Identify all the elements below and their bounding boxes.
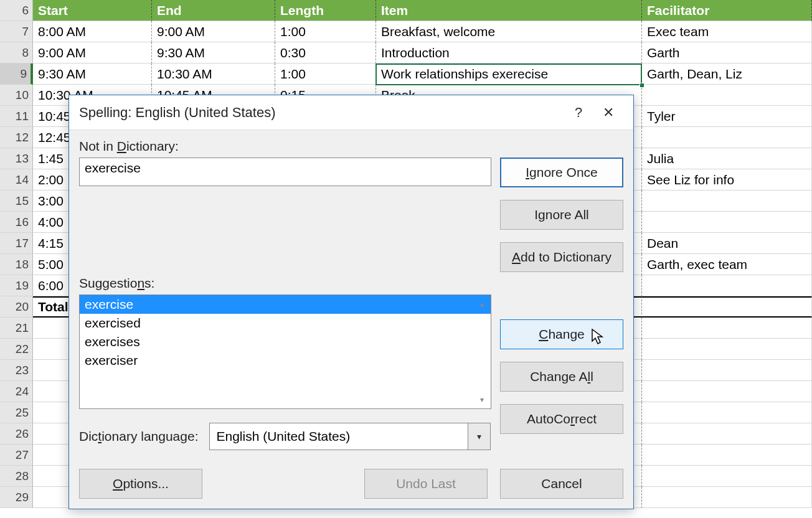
dictionary-language-value: English (United States) bbox=[216, 429, 350, 444]
cell[interactable]: Exec team bbox=[642, 21, 812, 42]
cell[interactable] bbox=[642, 466, 812, 487]
column-header[interactable]: Item bbox=[376, 0, 642, 21]
row-header[interactable]: 29 bbox=[0, 487, 33, 508]
row-header[interactable]: 13 bbox=[0, 148, 33, 169]
row-header[interactable]: 9 bbox=[0, 64, 33, 85]
change-all-button[interactable]: Change All bbox=[500, 362, 623, 392]
chevron-down-icon[interactable]: ▾ bbox=[468, 423, 490, 450]
suggestion-item[interactable]: exerciser bbox=[80, 351, 491, 370]
cell[interactable] bbox=[642, 339, 812, 360]
cell[interactable]: 1:00 bbox=[275, 64, 376, 85]
cell[interactable] bbox=[642, 275, 812, 296]
suggestion-item[interactable]: exercise bbox=[80, 295, 491, 314]
dialog-titlebar: Spelling: English (United States) ? ✕ bbox=[69, 95, 633, 130]
cell[interactable]: Tyler bbox=[642, 106, 812, 127]
cell[interactable] bbox=[642, 381, 812, 402]
cell[interactable] bbox=[642, 296, 812, 318]
row-header[interactable]: 8 bbox=[0, 42, 33, 64]
change-button[interactable]: Change bbox=[500, 319, 623, 349]
row-header[interactable]: 6 bbox=[0, 0, 33, 21]
cell[interactable] bbox=[642, 127, 812, 148]
cell[interactable] bbox=[642, 487, 812, 508]
row-header[interactable]: 15 bbox=[0, 191, 33, 212]
row-header[interactable]: 14 bbox=[0, 169, 33, 191]
options-button[interactable]: Options... bbox=[79, 469, 202, 499]
column-header[interactable]: Start bbox=[33, 0, 152, 21]
cell[interactable]: Work relationships exerecise bbox=[376, 64, 642, 85]
cell[interactable] bbox=[642, 212, 812, 233]
row-header[interactable]: 24 bbox=[0, 381, 33, 402]
spelling-dialog: Spelling: English (United States) ? ✕ No… bbox=[68, 95, 634, 509]
cell[interactable] bbox=[642, 445, 812, 466]
cell[interactable]: 9:30 AM bbox=[33, 64, 152, 85]
scroll-down-icon[interactable]: ▾ bbox=[474, 392, 489, 407]
add-to-dictionary-button[interactable]: Add to Dictionary bbox=[500, 242, 623, 272]
cell[interactable] bbox=[642, 423, 812, 445]
cell[interactable]: Dean bbox=[642, 233, 812, 254]
suggestion-item[interactable]: exercises bbox=[80, 332, 491, 351]
cell[interactable] bbox=[642, 85, 812, 106]
not-in-dictionary-input[interactable]: exerecise bbox=[79, 158, 491, 186]
cancel-button[interactable]: Cancel bbox=[500, 469, 623, 499]
row-header[interactable]: 21 bbox=[0, 318, 33, 339]
cell[interactable] bbox=[642, 318, 812, 339]
cell[interactable]: 1:00 bbox=[275, 21, 376, 42]
row-header[interactable]: 18 bbox=[0, 254, 33, 275]
row-header[interactable]: 11 bbox=[0, 106, 33, 127]
row-header[interactable]: 19 bbox=[0, 275, 33, 296]
autocorrect-button[interactable]: AutoCorrect bbox=[500, 404, 623, 434]
cell[interactable]: 8:00 AM bbox=[33, 21, 152, 42]
cell[interactable]: 0:30 bbox=[275, 42, 376, 64]
cell[interactable]: Garth bbox=[642, 42, 812, 64]
scroll-up-icon[interactable]: ▴ bbox=[474, 296, 489, 311]
cell[interactable] bbox=[642, 360, 812, 381]
cell[interactable]: 9:00 AM bbox=[33, 42, 152, 64]
undo-last-button: Undo Last bbox=[364, 469, 488, 499]
suggestions-label: Suggestions: bbox=[79, 276, 491, 291]
row-header[interactable]: 20 bbox=[0, 296, 33, 318]
row-header[interactable]: 17 bbox=[0, 233, 33, 254]
cell[interactable]: See Liz for info bbox=[642, 169, 812, 191]
close-icon[interactable]: ✕ bbox=[593, 100, 623, 125]
row-header[interactable]: 26 bbox=[0, 423, 33, 445]
row-header[interactable]: 27 bbox=[0, 445, 33, 466]
row-header[interactable]: 28 bbox=[0, 466, 33, 487]
dictionary-language-label: Dictionary language: bbox=[79, 429, 198, 444]
row-header[interactable]: 23 bbox=[0, 360, 33, 381]
cell[interactable] bbox=[642, 402, 812, 423]
suggestions-listbox[interactable]: ▴ ▾ exerciseexercisedexercisesexerciser bbox=[79, 294, 491, 409]
cell[interactable]: Garth, exec team bbox=[642, 254, 812, 275]
not-in-dictionary-value: exerecise bbox=[85, 161, 141, 176]
fill-handle[interactable] bbox=[640, 83, 644, 88]
suggestion-item[interactable]: exercised bbox=[80, 314, 491, 332]
cell[interactable]: Introduction bbox=[376, 42, 642, 64]
cell[interactable]: 9:30 AM bbox=[152, 42, 275, 64]
cell[interactable]: 10:30 AM bbox=[152, 64, 275, 85]
row-header[interactable]: 22 bbox=[0, 339, 33, 360]
dialog-title: Spelling: English (United States) bbox=[79, 105, 276, 121]
cell[interactable]: Breakfast, welcome bbox=[376, 21, 642, 42]
ignore-once-button[interactable]: Ignore Once bbox=[500, 158, 623, 187]
column-header[interactable]: Facilitator bbox=[642, 0, 812, 21]
row-header[interactable]: 16 bbox=[0, 212, 33, 233]
row-header[interactable]: 25 bbox=[0, 402, 33, 423]
row-header[interactable]: 10 bbox=[0, 85, 33, 106]
ignore-all-button[interactable]: Ignore All bbox=[500, 200, 623, 230]
row-header[interactable]: 12 bbox=[0, 127, 33, 148]
help-icon[interactable]: ? bbox=[564, 100, 593, 125]
column-header[interactable]: End bbox=[152, 0, 275, 21]
row-header[interactable]: 7 bbox=[0, 21, 33, 42]
cell[interactable]: Julia bbox=[642, 148, 812, 169]
cell[interactable]: Garth, Dean, Liz bbox=[642, 64, 812, 85]
not-in-dictionary-label: Not in Dictionary: bbox=[79, 139, 623, 154]
column-header[interactable]: Length bbox=[275, 0, 376, 21]
cell[interactable] bbox=[642, 191, 812, 212]
dictionary-language-combo[interactable]: English (United States) ▾ bbox=[209, 423, 491, 450]
cell[interactable]: 9:00 AM bbox=[152, 21, 275, 42]
